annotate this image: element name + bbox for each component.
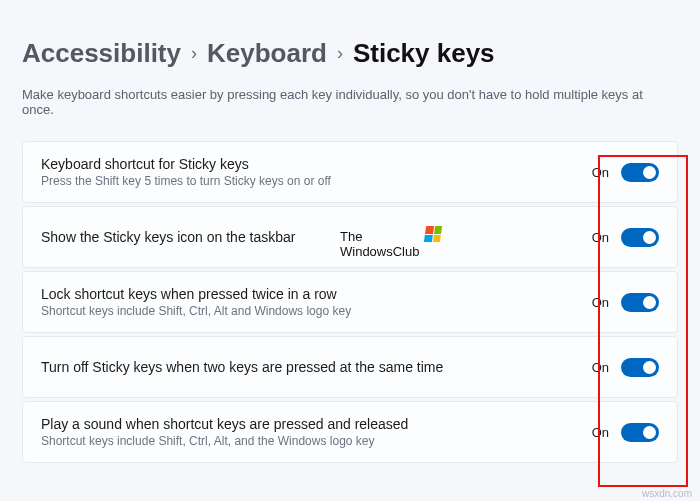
- setting-text: Show the Sticky keys icon on the taskbar: [41, 229, 592, 245]
- setting-row-taskbar-icon: Show the Sticky keys icon on the taskbar…: [22, 206, 678, 268]
- toggle-switch[interactable]: [621, 228, 659, 247]
- page-description: Make keyboard shortcuts easier by pressi…: [22, 87, 678, 117]
- toggle-group: On: [592, 228, 659, 247]
- settings-list: Keyboard shortcut for Sticky keys Press …: [22, 141, 678, 463]
- setting-subtitle: Shortcut keys include Shift, Ctrl, Alt, …: [41, 434, 592, 448]
- chevron-right-icon: ›: [337, 43, 343, 64]
- setting-text: Play a sound when shortcut keys are pres…: [41, 416, 592, 448]
- setting-subtitle: Press the Shift key 5 times to turn Stic…: [41, 174, 592, 188]
- toggle-state-label: On: [592, 360, 609, 375]
- setting-title: Play a sound when shortcut keys are pres…: [41, 416, 592, 432]
- setting-title: Turn off Sticky keys when two keys are p…: [41, 359, 592, 375]
- breadcrumb-accessibility[interactable]: Accessibility: [22, 38, 181, 69]
- setting-row-sound: Play a sound when shortcut keys are pres…: [22, 401, 678, 463]
- breadcrumb-current: Sticky keys: [353, 38, 495, 69]
- toggle-group: On: [592, 423, 659, 442]
- toggle-switch[interactable]: [621, 293, 659, 312]
- setting-title: Lock shortcut keys when pressed twice in…: [41, 286, 592, 302]
- toggle-switch[interactable]: [621, 423, 659, 442]
- toggle-switch[interactable]: [621, 358, 659, 377]
- setting-title: Keyboard shortcut for Sticky keys: [41, 156, 592, 172]
- setting-title: Show the Sticky keys icon on the taskbar: [41, 229, 592, 245]
- toggle-group: On: [592, 358, 659, 377]
- breadcrumb: Accessibility › Keyboard › Sticky keys: [22, 38, 678, 69]
- toggle-state-label: On: [592, 425, 609, 440]
- toggle-state-label: On: [592, 295, 609, 310]
- site-watermark: wsxdn.com: [642, 488, 692, 499]
- toggle-group: On: [592, 293, 659, 312]
- setting-text: Turn off Sticky keys when two keys are p…: [41, 359, 592, 375]
- chevron-right-icon: ›: [191, 43, 197, 64]
- toggle-state-label: On: [592, 165, 609, 180]
- breadcrumb-keyboard[interactable]: Keyboard: [207, 38, 327, 69]
- setting-row-shortcut: Keyboard shortcut for Sticky keys Press …: [22, 141, 678, 203]
- setting-text: Keyboard shortcut for Sticky keys Press …: [41, 156, 592, 188]
- setting-row-two-keys: Turn off Sticky keys when two keys are p…: [22, 336, 678, 398]
- setting-text: Lock shortcut keys when pressed twice in…: [41, 286, 592, 318]
- toggle-state-label: On: [592, 230, 609, 245]
- toggle-group: On: [592, 163, 659, 182]
- toggle-switch[interactable]: [621, 163, 659, 182]
- setting-subtitle: Shortcut keys include Shift, Ctrl, Alt a…: [41, 304, 592, 318]
- setting-row-lock-keys: Lock shortcut keys when pressed twice in…: [22, 271, 678, 333]
